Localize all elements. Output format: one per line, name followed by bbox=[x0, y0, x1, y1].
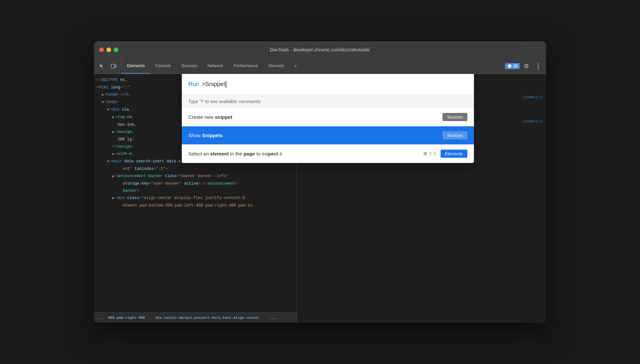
command-item-badge-sources-1[interactable]: Sources bbox=[442, 113, 467, 121]
css-source-link[interactable]: (index):1 bbox=[523, 94, 542, 100]
html-line: etween pad-bottom-300 pad-left-400 pad-r… bbox=[94, 202, 297, 209]
command-item-select-element[interactable]: Select an element in the page to inspect… bbox=[182, 145, 474, 163]
run-label: Run bbox=[188, 81, 199, 88]
command-item-badge-elements[interactable]: Elements bbox=[441, 150, 467, 158]
html-line: ▶<div class="align-center display-flex j… bbox=[94, 194, 297, 202]
command-shortcut: ⌘ ⇧ C bbox=[423, 151, 437, 156]
command-palette-input-row: Run >Snippet bbox=[182, 74, 474, 95]
breadcrumb-class-2[interactable]: div.center-margin.project-hero.text-alig… bbox=[155, 316, 259, 320]
command-item-create-snippet[interactable]: Create new snippet Sources bbox=[182, 108, 474, 126]
breadcrumb-ellipsis[interactable]: ... bbox=[97, 316, 103, 320]
maximize-button[interactable] bbox=[114, 47, 118, 52]
more-options-icon[interactable]: ⋮ bbox=[533, 61, 543, 71]
breadcrumb-bar: ... · 400.pad-right-400 div.center-margi… bbox=[94, 312, 297, 323]
breadcrumb-class-1[interactable]: 400.pad-right-400 bbox=[108, 316, 145, 320]
settings-icon[interactable]: ⚙ bbox=[521, 61, 532, 71]
tab-more[interactable]: » bbox=[289, 58, 302, 74]
toolbar: Elements Console Sources Network Perform… bbox=[94, 58, 546, 74]
command-item-text: Create new snippet bbox=[188, 114, 439, 120]
command-input[interactable]: >Snippet bbox=[202, 81, 467, 88]
html-line: storage-key="user-banner" active>…</anno… bbox=[94, 180, 297, 187]
command-item-show-snippets[interactable]: Show Snippets Sources bbox=[182, 126, 474, 145]
minimize-button[interactable] bbox=[106, 47, 111, 52]
close-button[interactable] bbox=[99, 47, 104, 52]
device-toggle-icon[interactable] bbox=[108, 61, 119, 71]
svg-rect-1 bbox=[115, 65, 116, 67]
command-item-badge-sources-2[interactable]: Sources bbox=[442, 131, 467, 139]
css-source-link-2[interactable]: (index):1 bbox=[523, 118, 542, 125]
tab-memory[interactable]: Memory bbox=[263, 58, 289, 74]
tab-performance[interactable]: Performance bbox=[228, 58, 263, 74]
toolbar-right: 15 ⚙ ⋮ bbox=[502, 58, 546, 74]
traffic-lights bbox=[99, 47, 118, 52]
notifications-badge[interactable]: 15 bbox=[505, 63, 520, 69]
command-palette[interactable]: Run >Snippet Type '?' to see available c… bbox=[182, 74, 474, 163]
tab-network[interactable]: Network bbox=[202, 58, 229, 74]
command-hint: Type '?' to see available commands bbox=[182, 95, 474, 108]
toolbar-icons bbox=[94, 58, 122, 74]
tabs: Elements Console Sources Network Perform… bbox=[122, 58, 502, 74]
tab-console[interactable]: Console bbox=[150, 58, 176, 74]
title-bar: DevTools - developer.chrome.com/docs/dev… bbox=[94, 41, 546, 58]
command-item-text: Show Snippets bbox=[188, 133, 439, 138]
command-item-text: Select an element in the page to inspect… bbox=[188, 151, 423, 156]
devtools-panel: Elements Console Sources Network Perform… bbox=[94, 58, 546, 323]
svg-rect-0 bbox=[111, 64, 115, 68]
command-palette-items: Create new snippet Sources Show Snippets… bbox=[182, 108, 474, 163]
tab-sources[interactable]: Sources bbox=[176, 58, 202, 74]
breadcrumb-ellipsis-2[interactable]: ... bbox=[270, 316, 276, 320]
devtools-window: DevTools - developer.chrome.com/docs/dev… bbox=[94, 41, 546, 323]
cursor bbox=[226, 81, 226, 88]
inspect-icon[interactable] bbox=[97, 61, 107, 71]
html-line: banner> bbox=[94, 187, 297, 194]
window-title: DevTools - developer.chrome.com/docs/dev… bbox=[270, 47, 370, 52]
html-line: ▶<announcement-banner class="banner bann… bbox=[94, 173, 297, 180]
tab-elements[interactable]: Elements bbox=[122, 58, 150, 74]
main-content: <!DOCTYPE ht… <html lang="…" ▶<head>…</h… bbox=[94, 74, 546, 323]
html-line: ent" tabindex="-1"> bbox=[94, 165, 297, 173]
